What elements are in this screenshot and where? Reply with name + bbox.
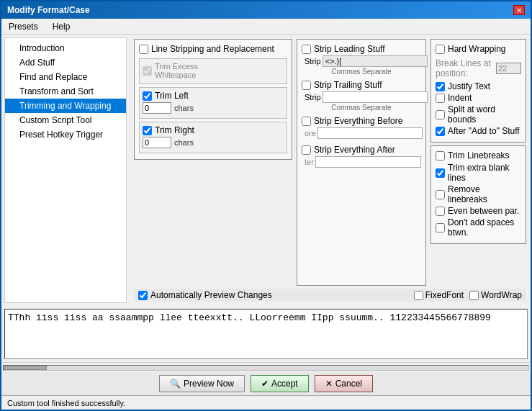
- accept-label: Accept: [271, 379, 298, 389]
- strip-trailing-input[interactable]: [323, 91, 428, 103]
- strip-trailing-checkbox[interactable]: [302, 81, 311, 90]
- strip-before-input[interactable]: [317, 127, 423, 139]
- strip-leading-commas: Commas Separate: [302, 68, 421, 76]
- split-word-label: Split at word bounds: [448, 104, 521, 125]
- sidebar-item-find-replace[interactable]: Find and Replace: [5, 70, 126, 84]
- trim-linebreaks-checkbox[interactable]: [436, 151, 445, 161]
- trim-right-input[interactable]: [143, 137, 171, 148]
- fixed-font-label: FixedFont: [425, 290, 464, 300]
- strip-before-section: Strip Everything Before ore: [302, 116, 421, 139]
- indent-checkbox[interactable]: [436, 94, 445, 103]
- break-lines-label: Break Lines at position:: [436, 58, 493, 78]
- strip-before-prefix: ore: [305, 129, 316, 137]
- sidebar-item-custom-script[interactable]: Custom Script Tool: [5, 113, 126, 127]
- close-button[interactable]: ✕: [513, 5, 525, 15]
- trim-left-input[interactable]: [143, 102, 171, 114]
- justify-text-checkbox[interactable]: [436, 82, 445, 91]
- trim-linebreaks-title-label: Trim Linebreaks: [448, 150, 510, 161]
- trim-left-chars: chars: [174, 104, 194, 112]
- strip-trailing-commas: Commas Separate: [302, 104, 421, 112]
- line-stripping-checkbox[interactable]: [139, 45, 148, 54]
- sidebar: Introduction Add Stuff Find and Replace …: [4, 37, 127, 303]
- sidebar-item-add-stuff[interactable]: Add Stuff: [5, 55, 126, 70]
- preview-area: TThh iiss iiss aa ssaammpp llee tteexxtt…: [4, 309, 528, 359]
- strip-after-section: Strip Everything After ter: [302, 145, 421, 168]
- status-bar: Custom tool finished successfully.: [1, 395, 531, 410]
- button-row: 🔍 Preview Now ✔ Accept ✕ Cancel: [1, 372, 531, 395]
- remove-linebreaks-label: Remove linebreaks: [448, 184, 521, 204]
- fixed-font-checkbox[interactable]: [414, 291, 423, 300]
- trim-extra-checkbox[interactable]: [436, 168, 445, 178]
- strip-leading-checkbox[interactable]: [302, 45, 311, 54]
- scrollbar-area[interactable]: [1, 362, 531, 372]
- content-area: Line Stripping and Replacement Trim Exce…: [130, 35, 531, 306]
- auto-preview-label: Automatically Preview Changes: [150, 290, 272, 300]
- window-title: Modify Format/Case: [7, 5, 90, 15]
- strip-after-label: Strip Everything After: [314, 145, 395, 155]
- strip-leading-input[interactable]: [323, 55, 428, 67]
- sidebar-item-introduction[interactable]: Introduction: [5, 41, 126, 55]
- fixed-font-option[interactable]: FixedFont: [414, 290, 464, 300]
- preview-icon: 🔍: [170, 379, 181, 389]
- status-text: Custom tool finished successfully.: [7, 399, 125, 407]
- strip-after-prefix: ter: [305, 158, 314, 166]
- even-between-label: Even between par.: [448, 206, 519, 216]
- strip-trailing-section: Strip Trailing Stuff Strip Commas Separa…: [302, 80, 421, 112]
- hard-wrapping-title: Hard Wrapping: [448, 44, 505, 54]
- trim-right-checkbox[interactable]: [143, 126, 152, 135]
- strip-trailing-prefix: Strip: [305, 93, 321, 101]
- cancel-icon: ✕: [325, 379, 333, 389]
- main-window: Modify Format/Case ✕ Presets Help Introd…: [0, 0, 532, 411]
- cancel-button[interactable]: ✕ Cancel: [315, 375, 373, 392]
- preview-text: TThh iiss iiss aa ssaammpp llee tteexxtt…: [8, 312, 491, 323]
- hard-wrapping-panel: Hard Wrapping Break Lines at position: J…: [430, 39, 526, 143]
- even-between-checkbox[interactable]: [436, 207, 445, 216]
- strip-before-checkbox[interactable]: [302, 117, 311, 126]
- line-stripping-title: Line Stripping and Replacement: [151, 44, 274, 54]
- accept-icon: ✔: [261, 379, 269, 389]
- word-wrap-label: WordWrap: [481, 290, 522, 300]
- strip-after-input[interactable]: [315, 156, 421, 168]
- indent-label: Indent: [448, 93, 472, 103]
- trim-excess-checkbox[interactable]: [143, 66, 152, 76]
- scrollbar-track[interactable]: [3, 365, 529, 371]
- trim-excess-box: Trim ExcessWhitespace: [139, 58, 287, 84]
- trim-linebreaks-panel: Trim Linebreaks Trim extra blank lines R…: [430, 145, 526, 244]
- justify-text-label: Justify Text: [448, 81, 490, 91]
- trim-extra-label: Trim extra blank lines: [448, 163, 521, 183]
- word-wrap-checkbox[interactable]: [469, 291, 479, 300]
- auto-preview-checkbox[interactable]: [138, 291, 148, 300]
- menu-presets[interactable]: Presets: [4, 20, 42, 33]
- auto-preview-row: Automatically Preview Changes FixedFont …: [134, 289, 526, 302]
- strip-leading-label: Strip Leading Stuff: [314, 44, 385, 54]
- strip-after-checkbox[interactable]: [302, 145, 311, 155]
- trim-left-box: Trim Left chars: [139, 87, 287, 119]
- hard-wrapping-checkbox[interactable]: [436, 45, 445, 54]
- trim-right-label: Trim Right: [155, 125, 194, 135]
- word-wrap-option[interactable]: WordWrap: [469, 290, 522, 300]
- sidebar-item-trimming-wrapping[interactable]: Trimming and Wrapping: [5, 99, 126, 113]
- accept-button[interactable]: ✔ Accept: [251, 375, 309, 392]
- remove-linebreaks-checkbox[interactable]: [436, 190, 445, 199]
- strip-leading-section: Strip Leading Stuff Strip Commas Separat…: [302, 44, 421, 76]
- scrollbar-thumb[interactable]: [4, 366, 47, 370]
- trim-right-chars: chars: [174, 138, 194, 147]
- preview-now-button[interactable]: 🔍 Preview Now: [159, 375, 245, 392]
- menu-bar: Presets Help: [1, 19, 531, 35]
- after-add-to-checkbox[interactable]: [436, 127, 445, 136]
- panels-row: Line Stripping and Replacement Trim Exce…: [134, 39, 526, 286]
- dont-add-spaces-checkbox[interactable]: [436, 223, 445, 232]
- menu-help[interactable]: Help: [48, 20, 75, 33]
- split-word-checkbox[interactable]: [436, 110, 445, 119]
- title-bar: Modify Format/Case ✕: [1, 1, 531, 19]
- trim-excess-label: Trim ExcessWhitespace: [155, 62, 198, 79]
- line-stripping-header: Line Stripping and Replacement: [139, 44, 287, 54]
- dont-add-spaces-label: Don't add spaces btwn.: [448, 217, 521, 238]
- sidebar-item-transform-sort[interactable]: Transform and Sort: [5, 84, 126, 99]
- preview-now-label: Preview Now: [184, 379, 234, 389]
- sidebar-item-preset-hotkey[interactable]: Preset Hotkey Trigger: [5, 127, 126, 142]
- strip-leading-prefix: Strip: [305, 57, 321, 66]
- trim-left-checkbox[interactable]: [143, 91, 152, 101]
- trim-left-label: Trim Left: [155, 91, 189, 101]
- break-lines-input[interactable]: [496, 63, 521, 74]
